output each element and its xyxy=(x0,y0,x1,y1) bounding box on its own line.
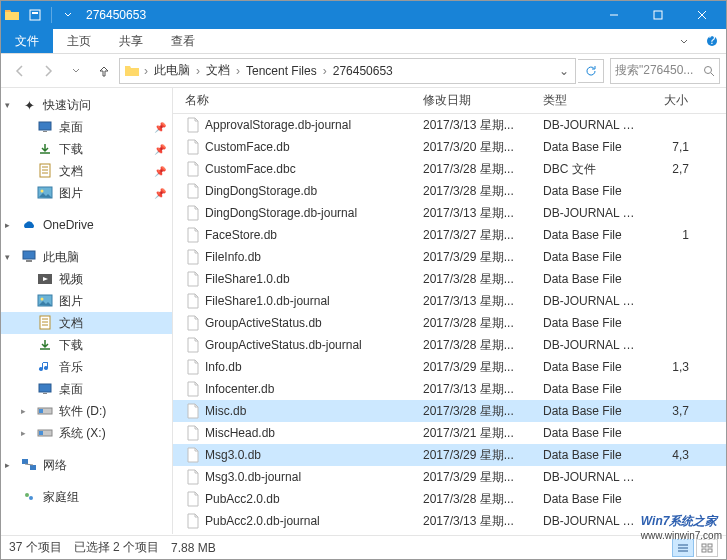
sidebar-item-视频[interactable]: ▸视频 xyxy=(1,268,172,290)
table-row[interactable]: PubAcc2.0.db-journal2017/3/13 星期...DB-JO… xyxy=(173,510,726,532)
download-icon xyxy=(37,337,53,353)
view-icons-button[interactable] xyxy=(696,539,718,557)
sidebar-item-图片[interactable]: ▸图片 xyxy=(1,290,172,312)
nav-recent-dropdown[interactable] xyxy=(63,58,89,84)
pin-icon: 📌 xyxy=(154,188,166,199)
table-row[interactable]: Misc.db2017/3/28 星期...Data Base File3,7 xyxy=(173,400,726,422)
sidebar-item-系统 (X:)[interactable]: ▸系统 (X:) xyxy=(1,422,172,444)
pc-icon xyxy=(21,249,37,265)
file-size: 1,3 xyxy=(647,360,695,374)
table-row[interactable]: DingDongStorage.db-journal2017/3/13 星期..… xyxy=(173,202,726,224)
table-row[interactable]: CustomFace.dbc2017/3/28 星期...DBC 文件2,7 xyxy=(173,158,726,180)
sidebar-item-桌面[interactable]: ▸桌面📌 xyxy=(1,116,172,138)
homegroup-icon xyxy=(21,489,37,505)
table-row[interactable]: FileShare1.0.db2017/3/28 星期...Data Base … xyxy=(173,268,726,290)
table-row[interactable]: FileShare1.0.db-journal2017/3/13 星期...DB… xyxy=(173,290,726,312)
qa-dropdown-icon[interactable] xyxy=(56,4,80,26)
column-size[interactable]: 大小 xyxy=(647,88,695,113)
file-type: Data Base File xyxy=(537,228,647,242)
file-date: 2017/3/29 星期... xyxy=(417,469,537,486)
file-type: DB-JOURNAL 文件 xyxy=(537,513,647,530)
address-bar[interactable]: › 此电脑 › 文档 › Tencent Files › 276450653 ⌄ xyxy=(119,58,576,84)
breadcrumb-item[interactable]: 文档 xyxy=(202,60,234,82)
sidebar-network[interactable]: ▸ 网络 xyxy=(1,454,172,476)
svg-rect-32 xyxy=(39,431,43,435)
column-type[interactable]: 类型 xyxy=(537,88,647,113)
refresh-button[interactable] xyxy=(578,59,604,83)
file-date: 2017/3/28 星期... xyxy=(417,491,537,508)
file-icon xyxy=(185,337,201,353)
file-type: Data Base File xyxy=(537,250,647,264)
sidebar-item-软件 (D:)[interactable]: ▸软件 (D:) xyxy=(1,400,172,422)
sidebar-item-文档[interactable]: ▸文档📌 xyxy=(1,160,172,182)
qa-properties-icon[interactable] xyxy=(23,4,47,26)
sidebar-this-pc[interactable]: ▾ 此电脑 xyxy=(1,246,172,268)
svg-line-9 xyxy=(711,73,714,76)
nav-back-button[interactable] xyxy=(7,58,33,84)
file-list[interactable]: ApprovalStorage.db-journal2017/3/13 星期..… xyxy=(173,114,726,534)
network-icon xyxy=(21,457,37,473)
table-row[interactable]: ApprovalStorage.db-journal2017/3/13 星期..… xyxy=(173,114,726,136)
column-name[interactable]: 名称 xyxy=(179,88,417,113)
breadcrumb-sep-icon[interactable]: › xyxy=(321,64,329,78)
sidebar-quick-access[interactable]: ▾ ✦ 快速访问 xyxy=(1,94,172,116)
svg-rect-3 xyxy=(654,11,662,19)
breadcrumb-item[interactable]: 此电脑 xyxy=(150,60,194,82)
file-icon xyxy=(185,469,201,485)
view-details-button[interactable] xyxy=(672,539,694,557)
sidebar-item-音乐[interactable]: ▸音乐 xyxy=(1,356,172,378)
sidebar-item-文档[interactable]: ▸文档 xyxy=(1,312,172,334)
search-icon xyxy=(703,65,715,77)
sidebar-homegroup[interactable]: ▸ 家庭组 xyxy=(1,486,172,508)
table-row[interactable]: PubAcc2.0.db2017/3/28 星期...Data Base Fil… xyxy=(173,488,726,510)
table-row[interactable]: GroupActiveStatus.db2017/3/28 星期...Data … xyxy=(173,312,726,334)
tab-view[interactable]: 查看 xyxy=(157,29,209,53)
file-type: Data Base File xyxy=(537,426,647,440)
sidebar-item-下载[interactable]: ▸下载 xyxy=(1,334,172,356)
table-row[interactable]: Info.db2017/3/29 星期...Data Base File1,3 xyxy=(173,356,726,378)
svg-rect-34 xyxy=(30,465,36,470)
file-name: GroupActiveStatus.db xyxy=(205,316,322,330)
close-button[interactable] xyxy=(680,1,724,29)
file-type: DB-JOURNAL 文件 xyxy=(537,337,647,354)
file-name: CustomFace.db xyxy=(205,140,290,154)
sidebar-item-下载[interactable]: ▸下载📌 xyxy=(1,138,172,160)
tab-share[interactable]: 共享 xyxy=(105,29,157,53)
table-row[interactable]: DingDongStorage.db2017/3/28 星期...Data Ba… xyxy=(173,180,726,202)
address-dropdown-icon[interactable]: ⌄ xyxy=(555,64,573,78)
sidebar-item-图片[interactable]: ▸图片📌 xyxy=(1,182,172,204)
file-name: Msg3.0.db-journal xyxy=(205,470,301,484)
minimize-button[interactable] xyxy=(592,1,636,29)
nav-up-button[interactable] xyxy=(91,58,117,84)
file-date: 2017/3/28 星期... xyxy=(417,161,537,178)
breadcrumb-item[interactable]: 276450653 xyxy=(329,60,397,82)
sidebar-item-桌面[interactable]: ▸桌面 xyxy=(1,378,172,400)
table-row[interactable]: Msg3.0.db-journal2017/3/29 星期...DB-JOURN… xyxy=(173,466,726,488)
tab-home[interactable]: 主页 xyxy=(53,29,105,53)
maximize-button[interactable] xyxy=(636,1,680,29)
ribbon-expand-icon[interactable] xyxy=(670,29,698,53)
table-row[interactable]: CustomFace.db2017/3/20 星期...Data Base Fi… xyxy=(173,136,726,158)
search-input[interactable]: 搜索"276450... xyxy=(610,58,720,84)
svg-rect-43 xyxy=(702,549,706,552)
breadcrumb-sep-icon[interactable]: › xyxy=(142,64,150,78)
column-date[interactable]: 修改日期 xyxy=(417,88,537,113)
breadcrumb-sep-icon[interactable]: › xyxy=(194,64,202,78)
breadcrumb-item[interactable]: Tencent Files xyxy=(242,60,321,82)
nav-forward-button[interactable] xyxy=(35,58,61,84)
table-row[interactable]: Infocenter.db2017/3/13 星期...Data Base Fi… xyxy=(173,378,726,400)
table-row[interactable]: MiscHead.db2017/3/21 星期...Data Base File xyxy=(173,422,726,444)
doc-icon xyxy=(37,163,53,179)
help-icon[interactable]: ? xyxy=(698,29,726,53)
file-type: Data Base File xyxy=(537,448,647,462)
breadcrumb-sep-icon[interactable]: › xyxy=(234,64,242,78)
table-row[interactable]: FileInfo.db2017/3/29 星期...Data Base File xyxy=(173,246,726,268)
tab-file[interactable]: 文件 xyxy=(1,29,53,53)
column-headers: 名称 修改日期 类型 大小 xyxy=(173,88,726,114)
file-icon xyxy=(185,315,201,331)
file-name: GroupActiveStatus.db-journal xyxy=(205,338,362,352)
sidebar-onedrive[interactable]: ▸ OneDrive xyxy=(1,214,172,236)
table-row[interactable]: GroupActiveStatus.db-journal2017/3/28 星期… xyxy=(173,334,726,356)
table-row[interactable]: Msg3.0.db2017/3/29 星期...Data Base File4,… xyxy=(173,444,726,466)
table-row[interactable]: FaceStore.db2017/3/27 星期...Data Base Fil… xyxy=(173,224,726,246)
